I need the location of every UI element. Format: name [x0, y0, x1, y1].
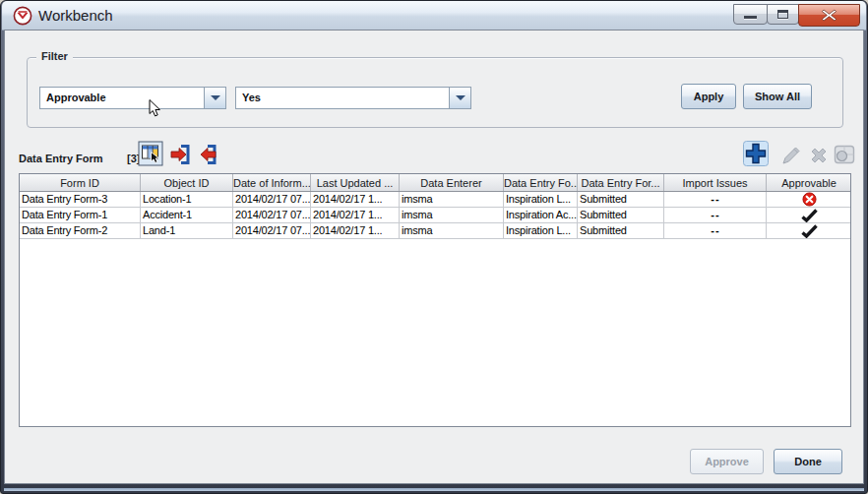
import-arrow-icon[interactable]: [167, 142, 193, 167]
maximize-button[interactable]: [767, 4, 799, 25]
approvable-check-icon: [801, 224, 818, 238]
cell-data-enterer: imsma: [400, 223, 504, 238]
minimize-icon: [744, 16, 757, 19]
cell-data-entry-for: Submitted: [578, 208, 664, 222]
cell-approvable: [767, 208, 851, 222]
cell-last-updated: 2014/02/17 1...: [311, 223, 400, 238]
close-x-icon: [822, 9, 837, 22]
filter-value-dropdown-button[interactable]: [449, 88, 470, 108]
cell-last-updated: 2014/02/17 1...: [311, 192, 400, 207]
column-header-data-enterer[interactable]: Data Enterer: [400, 174, 504, 191]
column-header-import-issues[interactable]: Import Issues: [664, 174, 767, 191]
table-row[interactable]: Data Entry Form-1Accident-12014/02/17 07…: [20, 208, 850, 223]
cell-data-enterer: imsma: [400, 192, 504, 207]
column-header-date-of-inform[interactable]: Date of Inform...: [233, 174, 311, 191]
cell-data-enterer: imsma: [400, 208, 504, 222]
table-header-row: Form IDObject IDDate of Inform...Last Up…: [20, 174, 850, 192]
approve-button[interactable]: Approve: [690, 449, 764, 474]
not-approvable-icon: [802, 192, 817, 207]
cell-import-issues: --: [664, 208, 767, 222]
add-icon[interactable]: [743, 141, 769, 166]
delete-x-icon: [806, 143, 832, 168]
filter-field-dropdown[interactable]: Approvable: [39, 87, 226, 109]
column-chooser-icon[interactable]: [138, 141, 163, 166]
close-button[interactable]: [798, 4, 860, 27]
section-title: Data Entry Form: [19, 153, 103, 164]
column-header-data-entry-fo[interactable]: Data Entry Fo...: [504, 174, 578, 191]
approvable-check-icon: [801, 209, 818, 222]
filter-field-dropdown-button[interactable]: [204, 88, 225, 108]
filter-value-dropdown[interactable]: Yes: [235, 87, 471, 109]
table-row[interactable]: Data Entry Form-2Land-12014/02/17 07...2…: [20, 223, 850, 239]
maximize-icon: [777, 10, 788, 19]
chevron-down-icon: [456, 95, 465, 100]
cell-data-entry-for: Submitted: [578, 223, 664, 238]
client-area: Filter Approvable Yes Apply Show All Dat…: [5, 31, 863, 483]
minimize-button[interactable]: [733, 4, 768, 25]
cell-import-issues: --: [664, 223, 767, 238]
cell-last-updated: 2014/02/17 1...: [311, 208, 400, 222]
export-arrow-icon[interactable]: [194, 142, 219, 167]
cell-object-id: Land-1: [141, 223, 233, 238]
cell-date-of-inform: 2014/02/17 07...: [233, 192, 311, 207]
workbench-window: Workbench Filter Approvable Yes Apply: [0, 0, 868, 494]
cell-date-of-inform: 2014/02/17 07...: [233, 208, 311, 222]
column-header-object-id[interactable]: Object ID: [141, 174, 233, 191]
map-view-icon: [832, 142, 857, 167]
column-header-form-id[interactable]: Form ID: [20, 174, 141, 191]
cell-approvable: [767, 223, 851, 238]
column-header-approvable[interactable]: Approvable: [767, 174, 851, 191]
cell-data-entry-fo: Inspiration Ac...: [504, 208, 578, 222]
cell-data-entry-fo: Inspiration L...: [504, 223, 578, 238]
cell-date-of-inform: 2014/02/17 07...: [233, 223, 311, 238]
cell-data-entry-for: Submitted: [578, 192, 664, 207]
titlebar[interactable]: Workbench: [2, 1, 866, 31]
app-logo-icon: [13, 6, 32, 26]
filter-field-value: Approvable: [40, 88, 204, 108]
filter-label: Filter: [36, 50, 73, 62]
cell-object-id: Accident-1: [141, 208, 233, 222]
column-header-last-updated[interactable]: Last Updated ...: [311, 174, 400, 191]
table-body: Data Entry Form-3Location-12014/02/17 07…: [20, 192, 850, 239]
data-entry-form-table: Form IDObject IDDate of Inform...Last Up…: [19, 173, 851, 427]
done-button[interactable]: Done: [774, 449, 842, 474]
edit-pencil-icon: [778, 143, 804, 168]
mouse-cursor: [149, 99, 161, 122]
cell-form-id: Data Entry Form-1: [20, 208, 141, 222]
apply-button[interactable]: Apply: [681, 84, 736, 109]
table-row[interactable]: Data Entry Form-3Location-12014/02/17 07…: [20, 192, 850, 208]
cell-form-id: Data Entry Form-3: [20, 192, 141, 207]
show-all-button[interactable]: Show All: [743, 84, 812, 109]
cell-approvable: [767, 192, 851, 207]
cell-object-id: Location-1: [141, 192, 233, 207]
chevron-down-icon: [211, 95, 220, 100]
window-title: Workbench: [38, 7, 113, 24]
filter-value-value: Yes: [236, 88, 449, 108]
window-controls: [734, 4, 860, 27]
cell-import-issues: --: [664, 192, 767, 207]
column-header-data-entry-for[interactable]: Data Entry For...: [578, 174, 664, 191]
cell-form-id: Data Entry Form-2: [20, 223, 141, 238]
cell-data-entry-fo: Inspiration L...: [504, 192, 578, 207]
